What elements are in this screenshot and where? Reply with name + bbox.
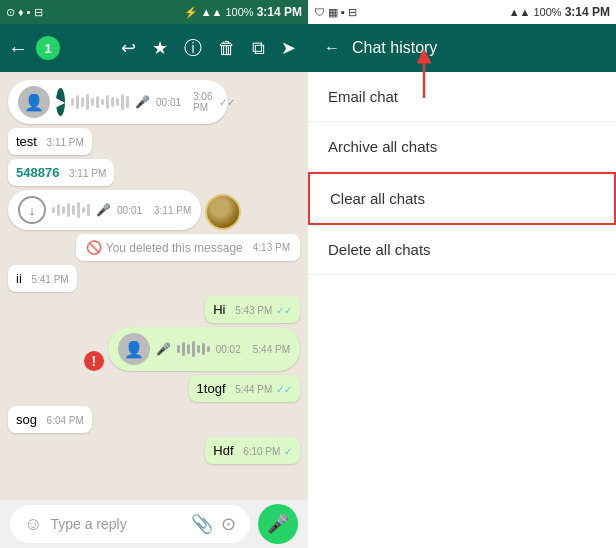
signal-bars-right: ▲▲ [509, 6, 531, 18]
menu-item-label: Clear all chats [330, 190, 425, 207]
waveform [177, 339, 210, 359]
list-item: sog 6:04 PM [8, 406, 300, 433]
menu-item-delete-all[interactable]: Delete all chats [308, 225, 616, 275]
msg-time: 4:13 PM [253, 242, 290, 253]
voice-message-received: 👤 ▶ 🎤 00:01 3:06 [8, 80, 228, 124]
dog-avatar-image [205, 194, 241, 230]
list-item: 🚫 You deleted this message 4:13 PM [8, 234, 300, 261]
battery-level-right: 100% [534, 6, 562, 18]
status-right-icons-left: ⚡ ▲▲ 100% 3:14 PM [184, 5, 302, 19]
table-row: 👤 ▶ 🎤 00:01 3:06 [8, 80, 300, 124]
msg-text: 1togf [197, 381, 226, 396]
back-button-right[interactable]: ← [324, 39, 340, 57]
forward-icon[interactable]: ➤ [277, 33, 300, 63]
left-panel: ⊙ ♦ ▪ ⊟ ⚡ ▲▲ 100% 3:14 PM ← 1 ↩ ★ ⓘ 🗑 [0, 0, 308, 548]
list-item: Hi 5:43 PM ✓✓ [8, 296, 300, 323]
list-item: ↓ 🎤 00:01 3:11 PM [8, 190, 300, 230]
msg-text: ii [16, 271, 22, 286]
msg-ticks: ✓✓ [276, 305, 292, 316]
voice-duration: 00:01 [117, 205, 142, 216]
deleted-message: 🚫 You deleted this message 4:13 PM [76, 234, 300, 261]
msg-time: 5:44 PM [235, 384, 272, 395]
menu-item-email-chat[interactable]: Email chat [308, 72, 616, 122]
menu-item-archive-all[interactable]: Archive all chats [308, 122, 616, 172]
status-bar-left: ⊙ ♦ ▪ ⊟ ⚡ ▲▲ 100% 3:14 PM [0, 0, 308, 24]
signal-icon: ▦ [328, 6, 338, 19]
menu-item-clear-all-chats[interactable]: Clear all chats [308, 172, 616, 225]
sim-icon: ♦ [18, 6, 24, 18]
camera-icon[interactable]: ⊙ [221, 513, 236, 535]
status-bar-right: 🛡 ▦ ▪ ⊟ ▲▲ 100% 3:14 PM [308, 0, 616, 24]
menu-list: Email chat Archive all chats Clear all c… [308, 72, 616, 548]
mic-icon: 🎤 [156, 342, 171, 356]
msg-text: test [16, 134, 37, 149]
reply-input-field[interactable]: ☺ Type a reply 📎 ⊙ [10, 505, 250, 543]
msg-time: 3:11 PM [154, 205, 191, 216]
bluetooth-icon: ⚡ [184, 6, 198, 19]
battery-icon-left: ▪ [27, 6, 31, 18]
msg-time: 5:41 PM [31, 274, 68, 285]
avatar: 👤 [118, 333, 150, 365]
avatar: 👤 [18, 86, 50, 118]
menu-item-label: Delete all chats [328, 241, 431, 258]
menu-item-label: Archive all chats [328, 138, 437, 155]
waveform [52, 200, 90, 220]
menu-item-label: Email chat [328, 88, 398, 105]
wifi-icon-right: ⊟ [348, 6, 357, 19]
error-badge: ! [84, 351, 104, 371]
list-item: ii 5:41 PM [8, 265, 300, 292]
text-message-ii: ii 5:41 PM [8, 265, 77, 292]
reply-icon[interactable]: ↩ [117, 33, 140, 63]
msg-time: 5:43 PM [235, 305, 272, 316]
msg-time: 6:04 PM [47, 415, 84, 426]
toolbar-left: ← 1 ↩ ★ ⓘ 🗑 ⧉ ➤ [0, 24, 308, 72]
chat-area: 👤 ▶ 🎤 00:01 3:06 [0, 72, 308, 500]
msg-ticks: ✓✓ [219, 97, 235, 108]
input-bar: ☺ Type a reply 📎 ⊙ 🎤 [0, 500, 308, 548]
deleted-text: You deleted this message [106, 241, 243, 255]
list-item: test 3:11 PM [8, 128, 300, 155]
list-item: 548876 3:11 PM [8, 159, 300, 186]
voice-duration: 00:01 [156, 97, 181, 108]
text-message-hi: Hi 5:43 PM ✓✓ [205, 296, 300, 323]
delete-icon[interactable]: 🗑 [214, 34, 240, 63]
back-button-left[interactable]: ← [8, 37, 28, 60]
play-button[interactable]: ▶ [56, 88, 65, 116]
mic-icon: 🎤 [96, 203, 111, 217]
msg-text: sog [16, 412, 37, 427]
status-time-left: 3:14 PM [257, 5, 302, 19]
info-icon[interactable]: ⓘ [180, 32, 206, 64]
status-left-icons: ⊙ ♦ ▪ ⊟ [6, 6, 43, 19]
right-panel: 🛡 ▦ ▪ ⊟ ▲▲ 100% 3:14 PM ← Chat history E… [308, 0, 616, 548]
text-message-1togf: 1togf 5:44 PM ✓✓ [189, 375, 300, 402]
text-message-link: 548876 3:11 PM [8, 159, 114, 186]
deleted-icon: 🚫 [86, 240, 102, 255]
msg-time: 3:11 PM [47, 137, 84, 148]
voice-duration: 00:02 [216, 344, 241, 355]
msg-link-text[interactable]: 548876 [16, 165, 59, 180]
status-time-right: 3:14 PM [565, 5, 610, 19]
msg-time: 5:44 PM [253, 344, 290, 355]
wifi-icon: ⊟ [34, 6, 43, 19]
network-icon: ⊙ [6, 6, 15, 19]
text-message-hdf: Hdf 6:10 PM ✓ [205, 437, 300, 464]
download-button[interactable]: ↓ [18, 196, 46, 224]
msg-time: 3:06 PM [193, 91, 212, 113]
toolbar-right: ← Chat history [308, 24, 616, 72]
emoji-icon[interactable]: ☺ [24, 514, 42, 535]
copy-icon[interactable]: ⧉ [248, 34, 269, 63]
list-item: Hdf 6:10 PM ✓ [8, 437, 300, 464]
attach-icon[interactable]: 📎 [191, 513, 213, 535]
voice-message-sent: 👤 🎤 00:02 5:44 PM [108, 327, 300, 371]
msg-time: 3:11 PM [69, 168, 106, 179]
msg-ticks: ✓✓ [276, 384, 292, 395]
mic-button[interactable]: 🎤 [258, 504, 298, 544]
reply-placeholder: Type a reply [50, 516, 183, 532]
star-icon[interactable]: ★ [148, 33, 172, 63]
list-item: 1togf 5:44 PM ✓✓ [8, 375, 300, 402]
battery-icon-right: ▪ [341, 6, 345, 18]
status-right-right-icons: ▲▲ 100% 3:14 PM [509, 5, 610, 19]
waveform [71, 92, 129, 112]
msg-time: 6:10 PM [243, 446, 280, 457]
msg-ticks: ✓ [284, 446, 292, 457]
